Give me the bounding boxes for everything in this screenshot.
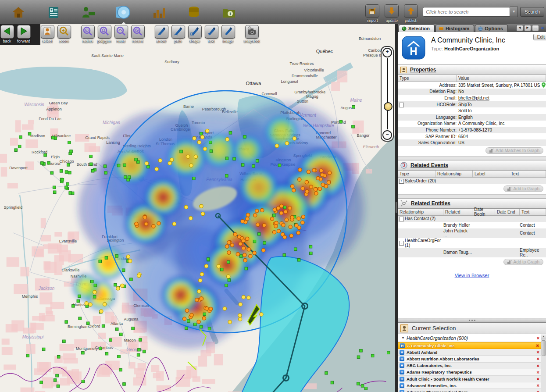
map-marker-green[interactable] (28, 132, 31, 135)
expander-icon[interactable]: - (399, 103, 404, 107)
map-marker-orange[interactable] (255, 209, 259, 213)
map-marker-yellow[interactable] (116, 287, 120, 290)
related-entities-section-header[interactable]: Related Entities (398, 198, 546, 209)
map-marker-yellow[interactable] (217, 264, 220, 268)
tab-scroll-left-icon[interactable]: ◀ (516, 25, 523, 31)
map-marker-orange[interactable] (225, 245, 228, 248)
polygon-tool-button[interactable]: polygon (97, 25, 111, 43)
remove-item-icon[interactable]: × (537, 370, 539, 374)
map-marker-yellow[interactable] (168, 161, 171, 165)
map-marker-green[interactable] (50, 171, 54, 175)
map-marker-orange[interactable] (256, 223, 260, 226)
map-marker-green[interactable] (209, 141, 212, 144)
selection-list-item[interactable]: HAbbott Nutrition Abbott Laboratories× (398, 356, 541, 362)
map-marker-yellow[interactable] (200, 272, 203, 276)
map-marker-orange[interactable] (242, 239, 245, 242)
map-marker-green[interactable] (63, 340, 66, 343)
map-marker-green[interactable] (53, 186, 56, 189)
map-marker-orange[interactable] (316, 176, 320, 180)
map-marker-green[interactable] (203, 313, 206, 316)
tab-histogram[interactable]: Histogram (435, 25, 474, 32)
map-marker-green[interactable] (229, 132, 232, 135)
selection-list-item[interactable]: HAdvancis Pharmaceutical Corp× (398, 389, 541, 392)
map-marker-green[interactable] (65, 171, 68, 174)
map-marker-orange[interactable] (182, 317, 186, 321)
map-marker-green[interactable] (294, 248, 297, 251)
map-marker-orange[interactable] (312, 168, 316, 172)
map-marker-green[interactable] (257, 232, 261, 235)
map-marker-green[interactable] (65, 186, 68, 189)
map-marker-green[interactable] (325, 371, 328, 374)
selection-list-item[interactable]: HAbbott Ashland× (398, 349, 541, 356)
remove-item-icon[interactable]: × (537, 350, 539, 354)
map-marker-orange[interactable] (318, 187, 321, 191)
map-marker-green[interactable] (256, 160, 259, 163)
selection-group-header[interactable]: ▼HealthCareOrganization (500)× (398, 334, 541, 342)
map-marker-green[interactable] (123, 164, 126, 167)
properties-section-header[interactable]: Properties (398, 64, 546, 75)
map-marker-orange[interactable] (283, 235, 286, 239)
map-marker-green[interactable] (67, 164, 70, 167)
remove-item-icon[interactable]: × (536, 343, 539, 348)
map-marker-orange[interactable] (274, 225, 278, 228)
map-marker-orange[interactable] (314, 192, 318, 195)
map-marker-green[interactable] (200, 325, 203, 328)
map-marker-green[interactable] (86, 322, 89, 325)
map-marker-green[interactable] (118, 355, 121, 358)
search-input[interactable] (423, 7, 510, 17)
selection-list-item[interactable]: HAdult Clinic - South Norfolk Health Cen… (398, 376, 541, 382)
map-marker-green[interactable] (137, 353, 140, 356)
map-marker-orange[interactable] (285, 218, 288, 221)
map-marker-yellow[interactable] (200, 204, 203, 208)
map-marker-yellow[interactable] (260, 313, 263, 316)
map-marker-yellow[interactable] (197, 140, 201, 144)
map-marker-yellow[interactable] (103, 303, 106, 306)
radius-tool-button[interactable]: radius (81, 25, 95, 43)
map-marker-green[interactable] (357, 356, 360, 359)
map-marker-green[interactable] (147, 165, 150, 168)
zoom-out-icon[interactable]: − (382, 130, 392, 140)
map-marker-green[interactable] (180, 150, 183, 153)
remove-group-icon[interactable]: × (537, 336, 539, 340)
map-marker-green[interactable] (60, 170, 63, 173)
map-marker-orange[interactable] (290, 185, 294, 188)
map-marker-green[interactable] (339, 120, 343, 123)
map-marker-green[interactable] (68, 141, 71, 144)
map-marker-green[interactable] (65, 321, 68, 324)
map-marker-orange[interactable] (301, 221, 304, 224)
map-panel-splitter[interactable] (395, 24, 398, 392)
expander-icon[interactable]: - (399, 241, 404, 246)
map-marker-green[interactable] (227, 260, 230, 264)
scroll-up-icon[interactable]: ▲ (541, 334, 546, 339)
map-marker-green[interactable] (283, 253, 286, 257)
map-marker-orange[interactable] (243, 253, 246, 257)
map-marker-orange[interactable] (242, 246, 245, 250)
map-marker-green[interactable] (139, 339, 142, 342)
related-entity-row[interactable]: Damon Taug...Employee Re.. (398, 248, 546, 257)
tab-options[interactable]: Options (475, 25, 508, 32)
map-marker-green[interactable] (66, 182, 69, 185)
map-marker-green[interactable] (193, 323, 196, 326)
add-to-graph-button[interactable]: Add to Graph (503, 185, 543, 192)
text-tool-button[interactable]: Ttext (204, 25, 218, 43)
map-marker-orange[interactable] (301, 215, 305, 218)
import-button[interactable]: import (365, 4, 380, 23)
map-marker-green[interactable] (42, 348, 45, 351)
map-marker-yellow[interactable] (121, 284, 124, 287)
map-marker-orange[interactable] (301, 187, 304, 190)
arrow-tool-button[interactable]: arrow (154, 25, 168, 43)
map-marker-green[interactable] (225, 284, 228, 287)
related-event-row[interactable]: +SalesOrder (20) (398, 178, 546, 184)
map-canvas[interactable]: Sault Sainte MarieSudburyQuébecTrois-Riv… (0, 24, 395, 392)
map-marker-orange[interactable] (144, 222, 148, 226)
map-marker-green[interactable] (352, 105, 355, 108)
map-marker-orange[interactable] (324, 184, 328, 188)
remove-item-icon[interactable]: × (537, 390, 539, 392)
map-marker-orange[interactable] (289, 234, 293, 237)
map-marker-green[interactable] (94, 284, 97, 287)
map-marker-yellow[interactable] (198, 278, 202, 282)
related-events-section-header[interactable]: Related Events (398, 160, 546, 171)
map-marker-yellow[interactable] (100, 310, 103, 313)
map-marker-green[interactable] (207, 258, 210, 261)
map-marker-green[interactable] (371, 354, 374, 357)
